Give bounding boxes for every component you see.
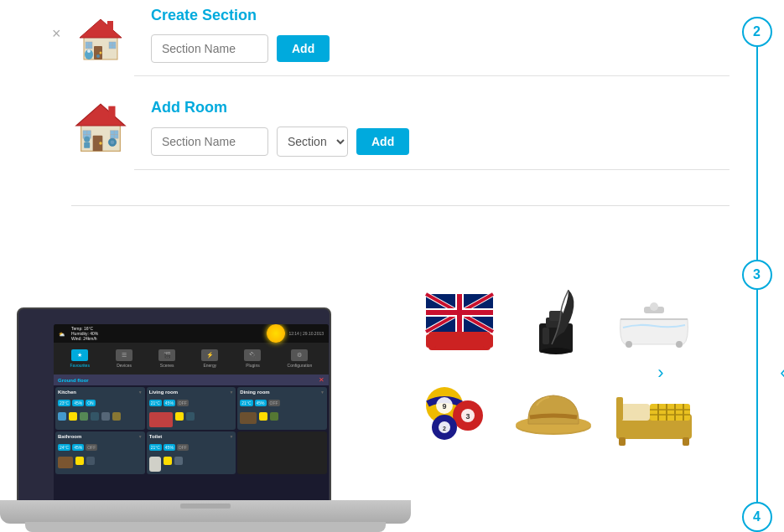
svg-point-47	[676, 341, 683, 348]
bathroom-label: Bathroom	[58, 434, 81, 439]
icon-bathtub[interactable]	[612, 286, 696, 361]
bathroom-expand[interactable]: ▼	[138, 434, 143, 439]
svg-rect-39	[426, 334, 436, 348]
svg-rect-2	[107, 21, 113, 31]
create-section-title: Create Section	[151, 7, 713, 24]
svg-point-4	[100, 52, 102, 54]
kitchen-expand[interactable]: ▼	[138, 390, 143, 395]
living-expand[interactable]: ▼	[229, 390, 233, 395]
laptop-display: ⛅ Temp: 16°C Humidity: 40% Wind: 24km/h …	[0, 230, 411, 532]
kitchen-temp: 23°C	[58, 400, 70, 406]
svg-rect-70	[619, 437, 626, 446]
svg-text:2: 2	[443, 426, 446, 431]
add-room-input[interactable]	[151, 127, 268, 156]
icon-carousel: ‹	[386, 214, 729, 532]
svg-point-11	[96, 54, 100, 58]
laptop-base-bottom	[25, 522, 386, 532]
icon-ink-pen[interactable]	[516, 286, 595, 361]
laptop-screen: ⛅ Temp: 16°C Humidity: 40% Wind: 24km/h …	[54, 324, 329, 509]
svg-rect-44	[543, 328, 549, 344]
svg-text:3: 3	[465, 412, 470, 421]
svg-point-25	[84, 137, 90, 142]
laptop-base	[0, 500, 411, 524]
create-section-house-icon	[71, 8, 130, 67]
kitchen-status: ON	[86, 400, 96, 406]
screen-close-btn[interactable]: ✕	[319, 376, 325, 384]
step-3-circle[interactable]: 3	[742, 260, 772, 290]
toilet-expand[interactable]: ▼	[229, 434, 233, 439]
create-section-input[interactable]	[151, 34, 268, 63]
svg-point-46	[626, 341, 632, 348]
nav-configuration[interactable]: ⚙ Configuration	[288, 349, 313, 368]
svg-rect-72	[616, 397, 623, 421]
svg-rect-16	[108, 106, 115, 118]
weather-wind: Wind: 24km/h	[71, 336, 98, 341]
nav-plugins[interactable]: 🔌 Plugins	[244, 349, 261, 368]
nav-energy[interactable]: ⚡ Energy	[201, 349, 218, 368]
step-4-circle[interactable]: 4	[742, 502, 772, 532]
icon-bed[interactable]	[612, 376, 696, 452]
section-divider	[71, 205, 729, 206]
svg-rect-26	[84, 142, 90, 148]
step-line-2-3	[756, 47, 758, 260]
step-line-3-4	[756, 290, 758, 503]
svg-point-18	[99, 142, 102, 145]
living-room-label: Living room	[149, 390, 178, 395]
close-button[interactable]: ×	[52, 25, 61, 43]
date-display: 12:14 | 29.10.2013	[288, 331, 324, 336]
nav-devices[interactable]: ☰ Devices	[116, 349, 132, 368]
svg-marker-15	[76, 104, 125, 126]
step-2-circle[interactable]: 2	[742, 17, 772, 47]
dining-room-label: Dining room	[240, 390, 269, 395]
svg-point-49	[650, 302, 658, 311]
add-room-house-icon	[71, 96, 130, 155]
add-room-title: Add Room	[151, 99, 713, 116]
dining-expand[interactable]: ▼	[320, 390, 325, 395]
svg-point-13	[87, 49, 91, 53]
create-section-add-button[interactable]: Add	[277, 35, 330, 62]
svg-point-45	[541, 348, 571, 354]
kitchen-label: Kitchen	[58, 390, 76, 395]
carousel-next-button[interactable]: ›	[649, 361, 672, 385]
svg-rect-38	[428, 332, 491, 350]
add-room-add-button[interactable]: Add	[356, 128, 409, 155]
svg-rect-62	[620, 404, 650, 421]
svg-marker-1	[80, 19, 122, 38]
create-section-panel: Create Section Add	[134, 0, 729, 76]
svg-rect-71	[683, 437, 689, 446]
kitchen-humidity: 45%	[72, 400, 84, 406]
icon-uk-sofa[interactable]	[419, 286, 499, 361]
svg-text:9: 9	[442, 402, 446, 411]
add-room-panel: Add Room Section Add	[134, 92, 729, 170]
svg-rect-40	[483, 334, 493, 348]
section-dropdown[interactable]: Section	[277, 127, 348, 157]
icon-billiard-balls[interactable]: 9 3 2	[419, 376, 495, 452]
nav-scenes[interactable]: 🎬 Scenes	[158, 349, 175, 368]
toilet-label: Toilet	[149, 434, 163, 439]
right-sidebar: 2 3 4	[729, 0, 784, 532]
ground-floor-label: Ground floor	[58, 378, 89, 383]
svg-point-28	[111, 141, 115, 145]
icon-hat[interactable]	[511, 376, 595, 452]
nav-favourites[interactable]: ★ Favourites	[70, 349, 90, 368]
